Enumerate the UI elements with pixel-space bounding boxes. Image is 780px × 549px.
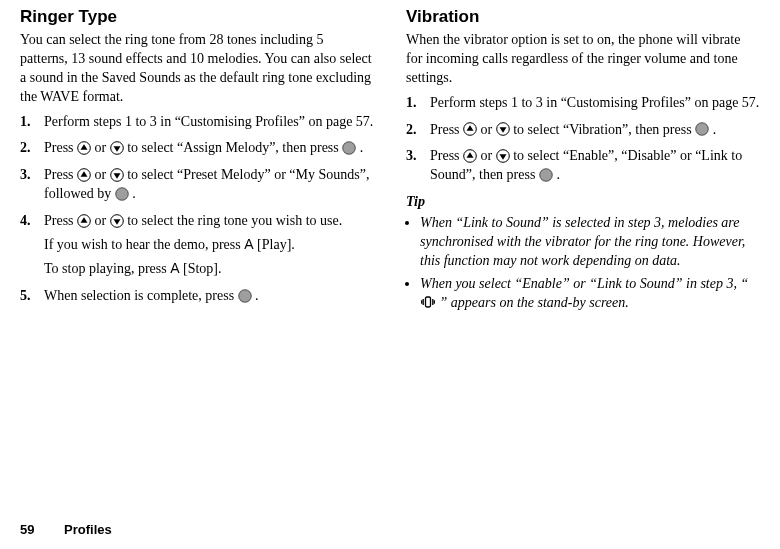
- svg-point-14: [238, 289, 251, 302]
- ringer-step-4-sub2: To stop playing, press A [Stop].: [44, 259, 374, 279]
- step-text: [Stop].: [180, 261, 222, 276]
- ringer-type-heading: Ringer Type: [20, 6, 374, 29]
- step-text: .: [360, 140, 364, 155]
- step-text: To stop playing, press: [44, 261, 170, 276]
- vibration-intro: When the vibrator option is set to on, t…: [406, 31, 760, 88]
- svg-marker-8: [113, 173, 120, 179]
- step-text: When selection is complete, press: [44, 288, 238, 303]
- nav-up-icon: [77, 214, 91, 228]
- svg-marker-16: [467, 125, 474, 131]
- tip-text: ” appears on the stand-by screen.: [440, 295, 629, 310]
- svg-marker-21: [467, 152, 474, 158]
- nav-up-icon: [77, 168, 91, 182]
- page: Ringer Type You can select the ring tone…: [0, 0, 780, 549]
- step-text: to select “Preset Melody” or “My Sounds”…: [44, 167, 369, 201]
- svg-marker-3: [113, 146, 120, 152]
- step-text: to select “Vibration”, then press: [513, 122, 695, 137]
- center-key-icon: [115, 187, 129, 201]
- ringer-type-intro: You can select the ring tone from 28 ton…: [20, 31, 374, 107]
- vibration-step-1: Perform steps 1 to 3 in “Customising Pro…: [406, 94, 760, 113]
- nav-down-icon: [496, 149, 510, 163]
- step-text: Press: [44, 140, 77, 155]
- nav-down-icon: [110, 168, 124, 182]
- step-text: Perform steps 1 to 3 in “Customising Pro…: [430, 95, 759, 110]
- step-text: .: [132, 186, 136, 201]
- step-text: or: [481, 148, 496, 163]
- tip-item-1: When “Link to Sound” is selected in step…: [420, 214, 760, 271]
- step-text: [Play].: [254, 237, 295, 252]
- tip-text: When you select “Enable” or “Link to Sou…: [420, 276, 748, 291]
- tip-item-2: When you select “Enable” or “Link to Sou…: [420, 275, 760, 313]
- svg-marker-11: [81, 217, 88, 223]
- nav-down-icon: [110, 214, 124, 228]
- page-number: 59: [20, 522, 34, 537]
- left-column: Ringer Type You can select the ring tone…: [20, 6, 390, 549]
- vibration-step-2: Press or to select “Vibration”, then pre…: [406, 121, 760, 140]
- center-key-icon: [238, 289, 252, 303]
- vibrate-icon: [421, 295, 435, 309]
- step-text: .: [713, 122, 717, 137]
- ringer-step-3: Press or to select “Preset Melody” or “M…: [20, 166, 374, 204]
- step-text: Perform steps 1 to 3 in “Customising Pro…: [44, 114, 373, 129]
- vibration-steps: Perform steps 1 to 3 in “Customising Pro…: [406, 94, 760, 186]
- svg-marker-1: [81, 144, 88, 150]
- ringer-step-1: Perform steps 1 to 3 in “Customising Pro…: [20, 113, 374, 132]
- vibration-step-3: Press or to select “Enable”, “Disable” o…: [406, 147, 760, 185]
- svg-point-4: [343, 142, 356, 155]
- page-footer: 59 Profiles: [20, 522, 112, 537]
- step-text: .: [556, 167, 560, 182]
- step-text: Press: [44, 213, 77, 228]
- step-text: .: [255, 288, 259, 303]
- ringer-step-4: Press or to select the ring tone you wis…: [20, 212, 374, 279]
- section-title: Profiles: [64, 522, 112, 537]
- svg-point-9: [115, 188, 128, 201]
- step-text: Press: [44, 167, 77, 182]
- ringer-step-5: When selection is complete, press .: [20, 287, 374, 306]
- softkey-symbol: A: [244, 236, 253, 252]
- tip-list: When “Link to Sound” is selected in step…: [406, 214, 760, 312]
- step-text: If you wish to hear the demo, press: [44, 237, 244, 252]
- svg-point-19: [696, 123, 709, 136]
- step-text: or: [95, 140, 110, 155]
- svg-marker-13: [113, 219, 120, 225]
- step-text: to select the ring tone you wish to use.: [127, 213, 342, 228]
- softkey-symbol: A: [170, 260, 179, 276]
- ringer-step-4-sub1: If you wish to hear the demo, press A [P…: [44, 235, 374, 255]
- svg-rect-25: [426, 297, 431, 307]
- step-text: or: [95, 167, 110, 182]
- center-key-icon: [695, 122, 709, 136]
- ringer-steps: Perform steps 1 to 3 in “Customising Pro…: [20, 113, 374, 306]
- tip-heading: Tip: [406, 193, 760, 212]
- nav-up-icon: [77, 141, 91, 155]
- nav-down-icon: [110, 141, 124, 155]
- center-key-icon: [539, 168, 553, 182]
- nav-up-icon: [463, 122, 477, 136]
- step-text: Press: [430, 122, 463, 137]
- right-column: Vibration When the vibrator option is se…: [390, 6, 760, 549]
- svg-marker-23: [499, 154, 506, 160]
- nav-up-icon: [463, 149, 477, 163]
- svg-marker-18: [499, 127, 506, 133]
- step-text: or: [481, 122, 496, 137]
- center-key-icon: [342, 141, 356, 155]
- ringer-step-2: Press or to select “Assign Melody”, then…: [20, 139, 374, 158]
- svg-point-24: [540, 169, 553, 182]
- nav-down-icon: [496, 122, 510, 136]
- step-text: or: [95, 213, 110, 228]
- svg-marker-6: [81, 171, 88, 177]
- step-text: to select “Assign Melody”, then press: [127, 140, 342, 155]
- vibration-heading: Vibration: [406, 6, 760, 29]
- step-text: Press: [430, 148, 463, 163]
